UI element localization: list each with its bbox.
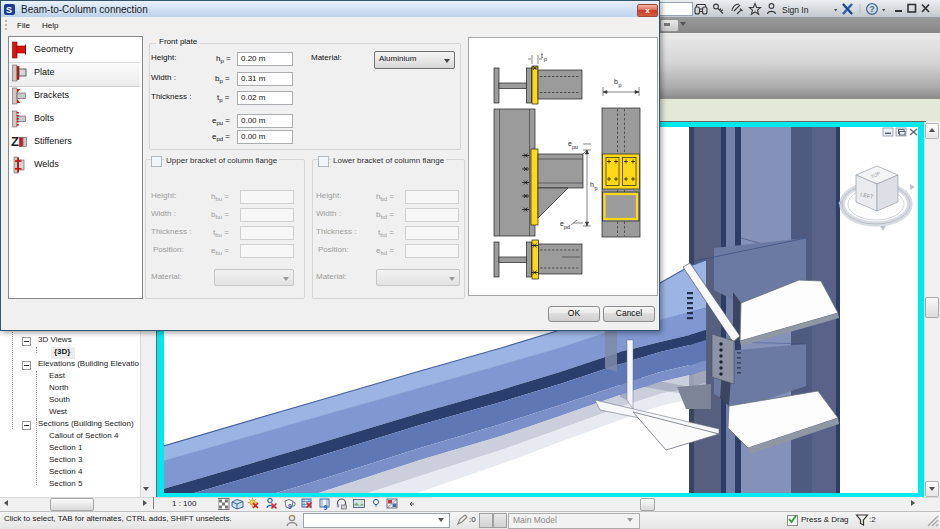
svg-text:?: ? [869,4,875,14]
svg-text:pu: pu [572,144,578,150]
svg-text:h: h [590,181,594,188]
svg-text:t: t [541,52,543,59]
svg-text:Sign In: Sign In [782,5,809,15]
svg-text:p: p [595,185,598,191]
svg-text:9: 9 [324,504,328,511]
svg-text:p: p [544,56,547,62]
svg-text:p: p [619,82,622,88]
svg-text:b: b [614,78,618,85]
svg-text:pd: pd [564,224,570,230]
svg-text:Z: Z [11,134,19,149]
svg-text:9: 9 [288,503,292,510]
